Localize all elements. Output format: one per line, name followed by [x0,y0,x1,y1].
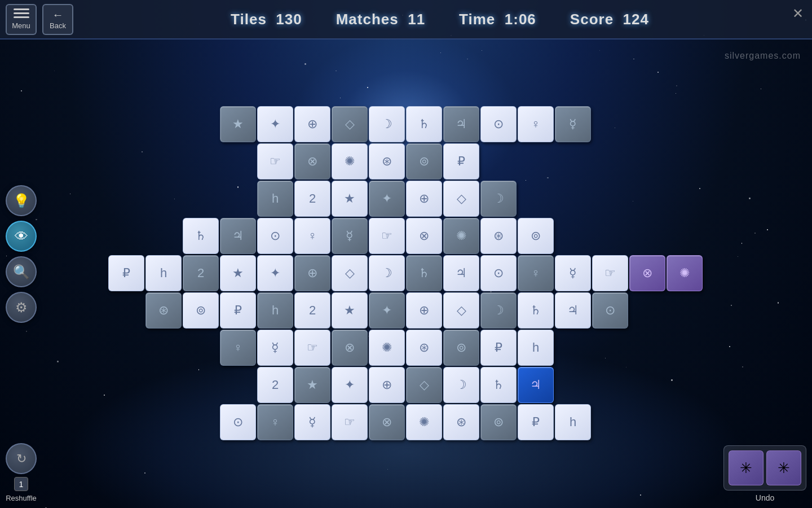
undo-tiles-container[interactable]: ✳ ✳ [723,445,806,491]
tile[interactable]: ✦ [369,181,405,217]
tile[interactable]: h [518,330,554,366]
tile[interactable]: ⊗ [629,255,665,291]
tile[interactable]: ✺ [667,255,703,291]
hint-button[interactable]: 💡 [6,185,37,216]
tile[interactable]: ₽ [220,292,256,329]
tile[interactable]: 2 [257,367,293,403]
tile[interactable]: ♀ [220,330,256,366]
tile[interactable]: ☿ [332,218,368,254]
tile[interactable]: ♃ [518,367,554,403]
tile[interactable]: ⊛ [406,330,442,366]
tile[interactable]: ♄ [183,218,219,254]
tile[interactable]: ✺ [369,330,405,366]
tile[interactable]: ⊕ [406,292,442,329]
tile[interactable]: 2 [183,255,219,291]
menu-button[interactable]: Menu [6,4,37,35]
tile[interactable]: ☽ [443,367,479,403]
tile[interactable]: ♀ [294,218,330,254]
tile[interactable]: ⊚ [406,143,442,179]
settings-button[interactable]: ⚙ [6,292,37,323]
tile[interactable]: ◇ [443,292,479,329]
tile[interactable]: ⊗ [406,218,442,254]
search-button[interactable]: 🔍 [6,256,37,287]
tile[interactable]: 2 [294,292,330,329]
tile[interactable]: ✦ [369,292,405,329]
tile[interactable]: ♄ [518,292,554,329]
tile[interactable]: ✺ [443,218,479,254]
tile[interactable]: ⊛ [480,218,517,254]
tile[interactable]: ⊙ [592,292,628,329]
tile[interactable]: ⊚ [480,404,517,440]
tile[interactable]: ♄ [406,255,442,291]
tile[interactable]: ☿ [257,330,293,366]
tile[interactable]: h [257,292,293,329]
tile[interactable]: ◇ [332,106,368,142]
tile[interactable]: ⊕ [294,106,330,142]
tile[interactable]: 2 [294,181,330,217]
tile[interactable]: ⊕ [369,367,405,403]
tile[interactable]: ⊚ [183,292,219,329]
tile[interactable]: ⊚ [518,218,554,254]
tile[interactable]: ◇ [443,181,479,217]
tile[interactable]: ⊚ [443,330,479,366]
tile[interactable]: ⊕ [294,255,330,291]
tile[interactable]: ♃ [220,218,256,254]
tile[interactable]: ☿ [294,404,330,440]
tile[interactable]: ⊙ [480,255,517,291]
tile[interactable]: ★ [332,181,368,217]
undo-tile-1[interactable]: ✳ [729,450,764,485]
reshuffle-button[interactable]: ↻ [6,443,37,474]
tile[interactable]: ⊙ [480,106,517,142]
tile[interactable]: ₽ [480,330,517,366]
eye-button[interactable]: 👁 [6,221,37,252]
tile[interactable]: ☽ [480,181,517,217]
tile[interactable]: ⊙ [220,404,256,440]
tile[interactable]: ⊗ [332,330,368,366]
tile[interactable]: ✦ [332,367,368,403]
tile[interactable]: ☽ [480,292,517,329]
tile[interactable]: ⊙ [257,218,293,254]
tile[interactable]: ✺ [332,143,368,179]
tile[interactable]: ₽ [443,143,479,179]
tile[interactable]: h [145,255,182,291]
tile[interactable]: ◇ [406,367,442,403]
tile[interactable]: ✦ [257,255,293,291]
tile[interactable]: ☞ [332,404,368,440]
tile[interactable]: ✦ [257,106,293,142]
tile[interactable]: ₽ [108,255,144,291]
tile[interactable]: ☿ [555,106,591,142]
tile[interactable]: ✺ [406,404,442,440]
tile[interactable]: ☽ [369,106,405,142]
tile[interactable]: ☞ [294,330,330,366]
close-button[interactable]: ✕ [792,6,804,21]
tile[interactable]: ☞ [369,218,405,254]
tile[interactable]: ♄ [406,106,442,142]
tile[interactable]: ♀ [518,106,554,142]
tile[interactable]: ♃ [443,106,479,142]
tile[interactable]: h [257,181,293,217]
tile[interactable]: ⊛ [145,292,182,329]
back-button[interactable]: ← Back [42,4,73,35]
tile[interactable]: ☞ [257,143,293,179]
tile[interactable]: ☿ [555,255,591,291]
tile[interactable]: ♃ [443,255,479,291]
tile[interactable]: ⊗ [294,143,330,179]
tile[interactable]: ★ [332,292,368,329]
tile[interactable]: ◇ [332,255,368,291]
tile[interactable]: ★ [294,367,330,403]
tile[interactable]: ★ [220,255,256,291]
tile[interactable]: ♀ [257,404,293,440]
tile[interactable]: ₽ [518,404,554,440]
tile[interactable]: ♃ [555,292,591,329]
tile[interactable]: ♀ [518,255,554,291]
tile[interactable]: h [555,404,591,440]
tile[interactable]: ⊛ [369,143,405,179]
undo-tile-2[interactable]: ✳ [766,450,801,485]
tile[interactable]: ⊗ [369,404,405,440]
tile[interactable]: ♄ [480,367,517,403]
tile[interactable]: ⊕ [406,181,442,217]
tile[interactable]: ☞ [592,255,628,291]
tile[interactable]: ☽ [369,255,405,291]
tile[interactable]: ★ [220,106,256,142]
tile[interactable]: ⊛ [443,404,479,440]
